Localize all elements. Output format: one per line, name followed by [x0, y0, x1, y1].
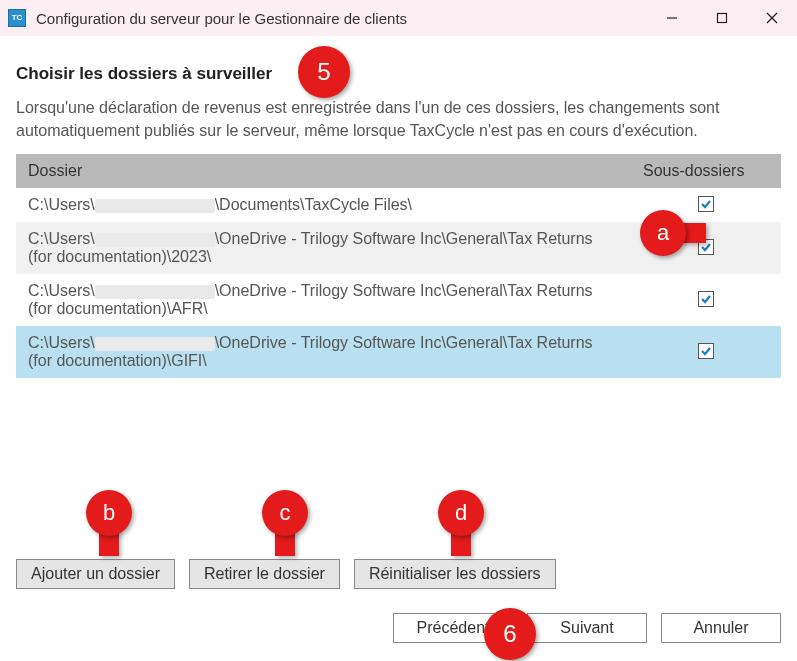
subfolder-checkbox[interactable] — [698, 239, 714, 255]
window-title: Configuration du serveur pour le Gestion… — [36, 10, 647, 27]
reset-folders-button[interactable]: Réinitialiser les dossiers — [354, 559, 556, 589]
folder-table: Dossier Sous-dossiers C:\Users\\Document… — [16, 154, 781, 378]
col-header-subfolders: Sous-dossiers — [631, 154, 781, 188]
subfolder-checkbox-cell — [631, 222, 781, 274]
table-row[interactable]: C:\Users\\OneDrive - Trilogy Software In… — [16, 274, 781, 326]
add-folder-button[interactable]: Ajouter un dossier — [16, 559, 175, 589]
redacted-username — [95, 233, 215, 247]
previous-button[interactable]: Précédent — [393, 613, 513, 643]
folder-path-cell: C:\Users\\Documents\TaxCycle Files\ — [16, 188, 631, 222]
cancel-button[interactable]: Annuler — [661, 613, 781, 643]
content: Choisir les dossiers à surveiller Lorsqu… — [0, 36, 797, 378]
next-button[interactable]: Suivant — [527, 613, 647, 643]
close-button[interactable] — [747, 0, 797, 36]
remove-folder-button[interactable]: Retirer le dossier — [189, 559, 340, 589]
col-header-folder: Dossier — [16, 154, 631, 188]
titlebar: TC Configuration du serveur pour le Gest… — [0, 0, 797, 36]
callout-c: c — [262, 490, 308, 536]
subfolder-checkbox[interactable] — [698, 343, 714, 359]
svg-rect-1 — [718, 14, 727, 23]
window-buttons — [647, 0, 797, 36]
subfolder-checkbox-cell — [631, 326, 781, 378]
page-heading: Choisir les dossiers à surveiller — [16, 64, 781, 84]
subfolder-checkbox[interactable] — [698, 291, 714, 307]
subfolder-checkbox-cell — [631, 188, 781, 222]
page-description: Lorsqu'une déclaration de revenus est en… — [16, 96, 781, 142]
table-row[interactable]: C:\Users\\OneDrive - Trilogy Software In… — [16, 222, 781, 274]
nav-buttons: Précédent Suivant Annuler — [393, 613, 781, 643]
callout-d: d — [438, 490, 484, 536]
minimize-button[interactable] — [647, 0, 697, 36]
redacted-username — [95, 337, 215, 351]
redacted-username — [95, 199, 215, 213]
table-row[interactable]: C:\Users\\Documents\TaxCycle Files\ — [16, 188, 781, 222]
callout-b: b — [86, 490, 132, 536]
subfolder-checkbox[interactable] — [698, 196, 714, 212]
folder-path-cell: C:\Users\\OneDrive - Trilogy Software In… — [16, 326, 631, 378]
subfolder-checkbox-cell — [631, 274, 781, 326]
action-buttons: Ajouter un dossier Retirer le dossier Ré… — [16, 559, 556, 589]
window: TC Configuration du serveur pour le Gest… — [0, 0, 797, 661]
folder-path-cell: C:\Users\\OneDrive - Trilogy Software In… — [16, 222, 631, 274]
maximize-button[interactable] — [697, 0, 747, 36]
redacted-username — [95, 285, 215, 299]
folder-path-cell: C:\Users\\OneDrive - Trilogy Software In… — [16, 274, 631, 326]
app-icon: TC — [8, 9, 26, 27]
table-row[interactable]: C:\Users\\OneDrive - Trilogy Software In… — [16, 326, 781, 378]
